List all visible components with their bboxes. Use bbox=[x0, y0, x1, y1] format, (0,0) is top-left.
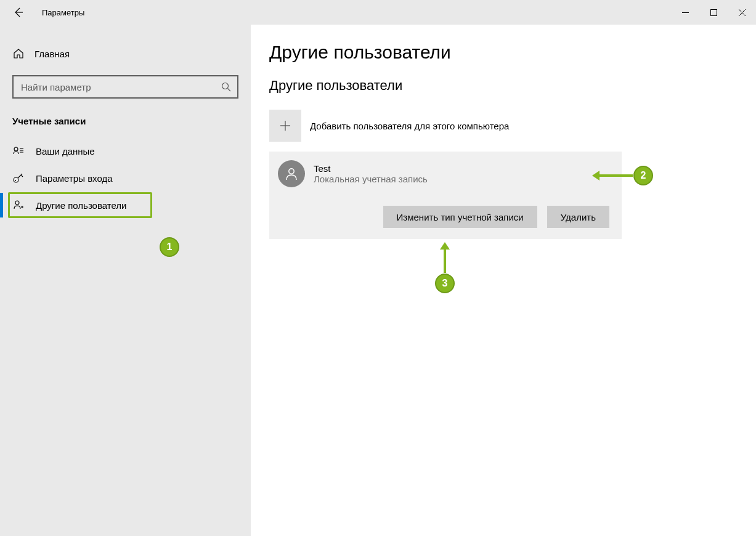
maximize-icon bbox=[710, 9, 717, 16]
home-icon bbox=[12, 48, 25, 59]
sidebar-item-label: Параметры входа bbox=[36, 173, 113, 184]
close-icon bbox=[739, 9, 746, 16]
user-info: Test Локальная учетная запись bbox=[314, 163, 428, 184]
content-area: Другие пользователи Другие пользователи … bbox=[251, 25, 756, 536]
sidebar-nav-list: Ваши данные Параметры входа Другие польз… bbox=[0, 137, 251, 219]
key-icon bbox=[12, 173, 25, 184]
delete-user-button[interactable]: Удалить bbox=[547, 206, 609, 228]
avatar bbox=[278, 160, 305, 187]
svg-point-12 bbox=[15, 180, 16, 181]
titlebar: Параметры bbox=[0, 0, 756, 25]
user-subtitle: Локальная учетная запись bbox=[314, 174, 428, 184]
svg-point-11 bbox=[14, 177, 18, 182]
change-account-type-button[interactable]: Изменить тип учетной записи bbox=[383, 206, 537, 228]
user-row: Test Локальная учетная запись bbox=[278, 160, 609, 187]
plus-icon bbox=[269, 110, 301, 142]
search-box[interactable] bbox=[12, 75, 238, 99]
home-nav-item[interactable]: Главная bbox=[0, 43, 251, 64]
sidebar-item-your-info[interactable]: Ваши данные bbox=[0, 137, 251, 164]
svg-line-14 bbox=[21, 175, 23, 177]
user-card[interactable]: Test Локальная учетная запись Изменить т… bbox=[269, 152, 622, 239]
sidebar: Главная Учетные записи Ваши данные bbox=[0, 25, 251, 536]
sidebar-item-signin-options[interactable]: Параметры входа bbox=[0, 164, 251, 192]
user-actions: Изменить тип учетной записи Удалить bbox=[278, 206, 609, 228]
search-input[interactable] bbox=[21, 82, 221, 92]
svg-line-6 bbox=[228, 89, 231, 92]
annotation-callout-3: 3 bbox=[435, 274, 455, 293]
svg-rect-2 bbox=[710, 9, 717, 15]
add-user-label: Добавить пользователя для этого компьюте… bbox=[310, 121, 509, 131]
user-name: Test bbox=[314, 163, 428, 174]
person-plus-icon bbox=[12, 200, 25, 211]
window-title: Параметры bbox=[42, 8, 84, 17]
minimize-icon bbox=[682, 9, 689, 16]
close-button[interactable] bbox=[728, 0, 756, 25]
minimize-button[interactable] bbox=[671, 0, 699, 25]
search-icon bbox=[221, 82, 231, 92]
svg-point-15 bbox=[15, 201, 19, 205]
sidebar-item-other-users[interactable]: Другие пользователи bbox=[0, 192, 251, 219]
annotation-arrow-3 bbox=[444, 248, 446, 273]
sidebar-section-header: Учетные записи bbox=[12, 116, 238, 126]
sidebar-item-label: Другие пользователи bbox=[36, 200, 126, 211]
back-arrow-icon bbox=[14, 7, 23, 17]
maximize-button[interactable] bbox=[699, 0, 728, 25]
annotation-callout-1: 1 bbox=[160, 237, 179, 257]
person-card-icon bbox=[12, 145, 25, 156]
home-label: Главная bbox=[35, 49, 70, 59]
annotation-callout-2: 2 bbox=[633, 166, 653, 185]
annotation-arrow-2 bbox=[598, 174, 633, 177]
page-title: Другие пользователи bbox=[269, 42, 756, 63]
add-user-button[interactable]: Добавить пользователя для этого компьюте… bbox=[269, 110, 756, 142]
window-controls bbox=[671, 0, 756, 25]
svg-point-7 bbox=[14, 147, 18, 151]
section-title: Другие пользователи bbox=[269, 78, 756, 94]
person-icon bbox=[284, 166, 299, 181]
sidebar-item-label: Ваши данные bbox=[36, 146, 95, 156]
svg-point-20 bbox=[289, 169, 294, 174]
back-button[interactable] bbox=[7, 1, 30, 23]
svg-point-5 bbox=[222, 83, 229, 89]
